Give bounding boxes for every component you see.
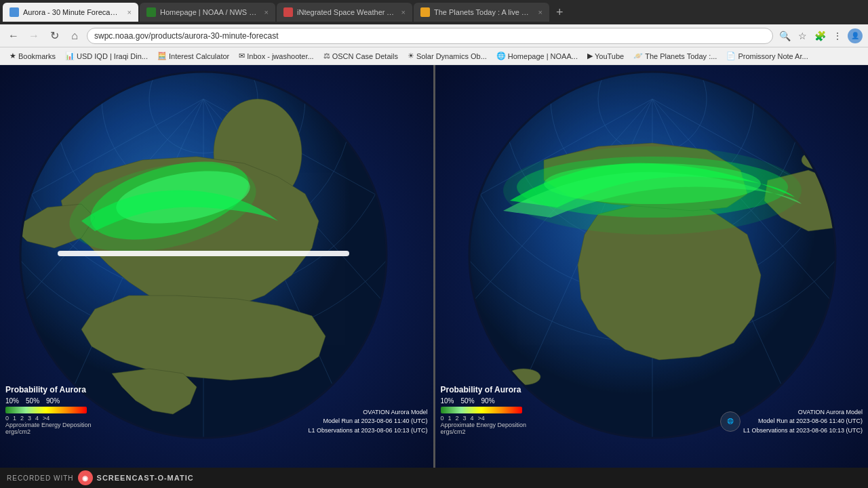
- left-model-info: OVATION Aurora Model Model Run at 2023-0…: [308, 408, 427, 436]
- tab-aurora[interactable]: Aurora - 30 Minute Forecast | N... ×: [3, 3, 138, 22]
- tab-favicon-planets: [420, 7, 430, 17]
- right-energy-scale: 01 23 4>4: [441, 415, 527, 422]
- right-model-name: OVATION Aurora Model: [743, 408, 863, 418]
- bottom-strip: RECORDED WITH ◉ SCREENCAST-O-MATIC: [0, 468, 868, 488]
- right-energy-label: Approximate Energy Depositionergs/cm2: [441, 422, 527, 435]
- left-l1-obs: L1 Observations at 2023-08-06 10:13 (UTC…: [308, 426, 427, 436]
- tab-favicon-iswx: [283, 7, 293, 17]
- svg-point-39: [503, 146, 802, 235]
- bookmark-youtube[interactable]: ▶ YouTube: [583, 50, 628, 62]
- right-model-icon: 🌐: [720, 411, 741, 432]
- right-model-info: 🌐 OVATION Aurora Model Model Run at 2023…: [720, 408, 863, 436]
- right-prob-50: 50%: [461, 397, 475, 405]
- right-prob-row: 10% 50% 90%: [441, 397, 527, 405]
- right-aurora-title: Probability of Aurora: [441, 385, 527, 394]
- right-globe-bg: Probability of Aurora 10% 50% 90% 01 23 …: [435, 65, 869, 468]
- right-info-overlay: Probability of Aurora 10% 50% 90% 01 23 …: [441, 385, 527, 435]
- bookmark-star[interactable]: ★ Bookmarks: [5, 50, 60, 62]
- extensions-btn[interactable]: 🧩: [812, 28, 827, 43]
- search-icon-btn[interactable]: 🔍: [777, 28, 792, 43]
- tab-bar: Aurora - 30 Minute Forecast | N... × Hom…: [0, 0, 868, 24]
- toolbar-icons: 🔍 ☆ 🧩 ⋮ 👤: [777, 28, 863, 43]
- tab-favicon-noaa: [146, 7, 156, 17]
- new-tab-button[interactable]: +: [551, 5, 569, 20]
- screencast-badge: RECORDED WITH: [7, 474, 74, 482]
- left-globe-bg: Probability of Aurora 10% 50% 90% 01 23 …: [0, 65, 433, 468]
- right-l1-obs: L1 Observations at 2023-08-06 10:13 (UTC…: [743, 426, 863, 436]
- tab-close-iswx[interactable]: ×: [401, 8, 406, 16]
- left-model-name: OVATION Aurora Model: [308, 408, 427, 418]
- left-prob-90: 90%: [46, 397, 60, 405]
- loading-bar-left: [58, 251, 349, 256]
- screencast-brand: SCREENCAST-O-MATIC: [97, 474, 194, 482]
- reload-button[interactable]: ↻: [46, 28, 62, 44]
- left-prob-50: 50%: [26, 397, 39, 405]
- left-info-overlay: Probability of Aurora 10% 50% 90% 01 23 …: [5, 385, 92, 435]
- tab-close-planets[interactable]: ×: [538, 8, 542, 16]
- left-globe-panel: Probability of Aurora 10% 50% 90% 01 23 …: [0, 65, 435, 468]
- bookmark-inbox[interactable]: ✉ Inbox - jwashooter...: [235, 50, 317, 62]
- bookmark-planets[interactable]: 🪐 The Planets Today :...: [629, 50, 721, 62]
- right-globe-panel: Probability of Aurora 10% 50% 90% 01 23 …: [435, 65, 869, 468]
- bookmark-interest[interactable]: 🧮 Interest Calculator: [153, 50, 233, 62]
- tab-label-aurora: Aurora - 30 Minute Forecast | N...: [23, 8, 121, 16]
- profile-avatar[interactable]: 👤: [848, 28, 863, 43]
- tab-label-noaa: Homepage | NOAA / NWS Spac...: [160, 8, 258, 16]
- tab-iswx[interactable]: iNtegrated Space Weather Anal... ×: [277, 3, 412, 22]
- browser-frame: Aurora - 30 Minute Forecast | N... × Hom…: [0, 0, 868, 65]
- menu-btn[interactable]: ⋮: [830, 28, 845, 43]
- bookmarks-bar: ★ Bookmarks 📊 USD IQD | Iraqi Din... 🧮 I…: [0, 47, 868, 65]
- right-color-bar: [441, 407, 522, 413]
- left-model-run: Model Run at 2023-08-06 11:40 (UTC): [308, 417, 427, 426]
- tab-noaa[interactable]: Homepage | NOAA / NWS Spac... ×: [140, 3, 275, 22]
- address-bar[interactable]: [87, 28, 773, 44]
- recorded-with-label: RECORDED WITH: [7, 474, 74, 482]
- tab-close-aurora[interactable]: ×: [127, 8, 132, 16]
- bookmark-star-btn[interactable]: ☆: [795, 28, 810, 43]
- bookmark-solar[interactable]: ☀ Solar Dynamics Ob...: [403, 50, 491, 62]
- tab-label-iswx: iNtegrated Space Weather Anal...: [297, 8, 395, 16]
- back-button[interactable]: ←: [5, 28, 22, 44]
- left-energy-label: Approximate Energy Depositionergs/cm2: [5, 422, 92, 435]
- left-prob-row: 10% 50% 90%: [5, 397, 92, 405]
- tab-close-noaa[interactable]: ×: [264, 8, 269, 16]
- bookmark-noaa-homepage[interactable]: 🌐 Homepage | NOAA...: [492, 50, 582, 62]
- toolbar: ← → ↻ ⌂ 🔍 ☆ 🧩 ⋮ 👤: [0, 24, 868, 47]
- bookmark-usd[interactable]: 📊 USD IQD | Iraqi Din...: [61, 50, 152, 62]
- right-model-run: Model Run at 2023-08-06 11:40 (UTC): [743, 417, 863, 426]
- left-color-bar: [5, 407, 87, 413]
- tab-label-planets: The Planets Today : A live view o...: [434, 8, 532, 16]
- left-energy-scale: 01 23 4>4: [5, 415, 92, 422]
- bookmark-oscn[interactable]: ⚖ OSCN Case Details: [319, 50, 402, 62]
- main-content: Probability of Aurora 10% 50% 90% 01 23 …: [0, 65, 868, 488]
- right-prob-10: 10%: [441, 397, 454, 405]
- forward-button[interactable]: →: [26, 28, 42, 44]
- left-prob-10: 10%: [5, 397, 19, 405]
- svg-point-35: [802, 150, 842, 170]
- aurora-container: Probability of Aurora 10% 50% 90% 01 23 …: [0, 65, 868, 468]
- home-button[interactable]: ⌂: [66, 28, 83, 44]
- right-prob-90: 90%: [481, 397, 495, 405]
- tab-planets[interactable]: The Planets Today : A live view o... ×: [414, 3, 549, 22]
- left-aurora-title: Probability of Aurora: [5, 385, 92, 394]
- screencast-logo: ◉: [78, 470, 93, 485]
- bookmark-promissory[interactable]: 📄 Promissory Note Ar...: [722, 50, 812, 62]
- tab-favicon-aurora: [9, 7, 19, 17]
